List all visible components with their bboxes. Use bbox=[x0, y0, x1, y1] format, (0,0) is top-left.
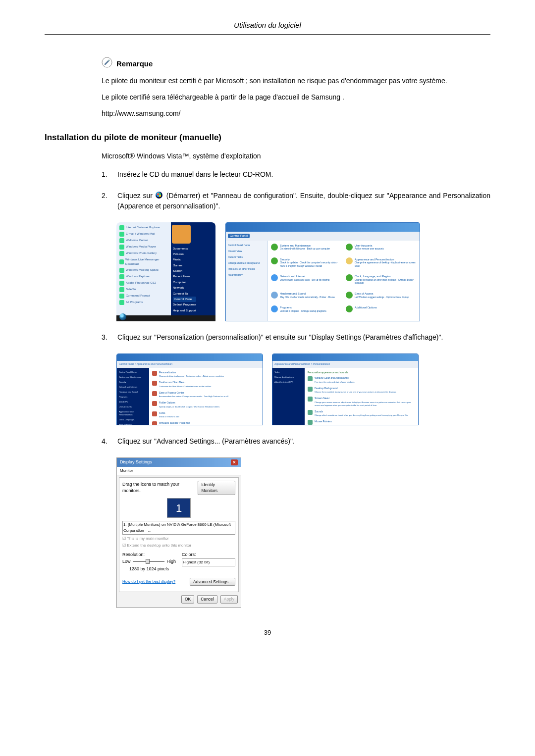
screenshot-start-menu: Internet / Internet ExplorerE-mail / Win… bbox=[116, 222, 215, 321]
note-title: Remarque bbox=[116, 58, 153, 70]
slider-low: Low bbox=[122, 558, 131, 565]
side-item: Mobile PC bbox=[119, 401, 147, 403]
side-item: Adjust font size (DPI) bbox=[274, 381, 303, 384]
ap-item: Taskbar and Start MenuCustomize the Star… bbox=[152, 381, 260, 388]
page-number: 39 bbox=[45, 628, 490, 638]
pers-item: Desktop BackgroundChoose from available … bbox=[308, 387, 415, 394]
cp-side-item: Automatically bbox=[228, 273, 266, 276]
side-item: Network and Internet bbox=[119, 386, 147, 389]
close-icon: ✕ bbox=[231, 459, 238, 465]
address-bar: Appearance and Personalization > Persona… bbox=[272, 361, 418, 368]
screenshot-appearance-personalization: Control Panel > Appearance and Personali… bbox=[116, 353, 263, 425]
cp-category: Appearance and PersonalizationChange the… bbox=[346, 257, 417, 273]
cp-side-item: Recent Tasks bbox=[228, 255, 266, 258]
start-menu-item: Windows Meeting Space bbox=[119, 268, 169, 273]
pers-item: Mouse PointersPick a different mouse poi… bbox=[308, 420, 415, 425]
start-menu-right-item: Connect To bbox=[173, 291, 196, 297]
tab-monitor: Monitor bbox=[117, 467, 241, 475]
resolution-label: Resolution: bbox=[122, 552, 176, 558]
ok-button: OK bbox=[181, 595, 194, 604]
user-avatar-icon bbox=[172, 225, 191, 244]
colors-label: Colors: bbox=[182, 552, 235, 558]
cp-side-item: Pick a list of other media bbox=[228, 267, 266, 270]
start-menu-item: Windows Explorer bbox=[119, 274, 169, 279]
address-segment: Control Panel bbox=[228, 234, 250, 238]
advanced-settings-button: Advanced Settings... bbox=[190, 578, 235, 586]
cp-category: SecurityCheck for updates · Check this c… bbox=[271, 257, 342, 273]
cp-category: Additional Options bbox=[346, 305, 417, 317]
side-item: Hardware and Sound bbox=[119, 391, 147, 394]
start-menu-right-item: Search bbox=[173, 268, 196, 274]
start-menu-item: E-mail / Windows Mail bbox=[119, 232, 169, 237]
start-menu-item: Windows Photo Gallery bbox=[119, 251, 169, 256]
step-text: Cliquez sur (Démarrer) et "Panneau de co… bbox=[117, 191, 490, 211]
step-2-post: (Démarrer) et "Panneau de configuration"… bbox=[117, 192, 490, 210]
step-2-pre: Cliquez sur bbox=[117, 192, 153, 200]
start-menu-right-item: Music bbox=[173, 257, 196, 262]
start-menu-right-item: Computer bbox=[173, 280, 196, 285]
note-block: Remarque Le pilote du moniteur est certi… bbox=[102, 57, 490, 119]
note-para-1: Le pilote du moniteur est certifi é par … bbox=[102, 76, 490, 86]
pers-item: Screen SaverChange your screen saver or … bbox=[308, 397, 415, 407]
cp-category: ProgramsUninstall a program · Change sta… bbox=[271, 305, 342, 317]
note-heading: Remarque bbox=[102, 57, 490, 71]
start-menu-right-item: Help and Support bbox=[173, 308, 196, 313]
step-text: Cliquez sur "Personalization (personnali… bbox=[117, 332, 490, 343]
start-menu-item: Command Prompt bbox=[119, 294, 169, 299]
colors-select: Highest (32 bit) bbox=[182, 558, 235, 566]
cp-category: System and MaintenanceGet started with W… bbox=[271, 244, 342, 255]
side-item: Programs bbox=[119, 396, 147, 399]
screenshot-personalization: Appearance and Personalization > Persona… bbox=[272, 353, 419, 425]
cp-category: User AccountsAdd or remove user accounts bbox=[346, 244, 417, 255]
step-text: Insérez le CD du manuel dans le lecteur … bbox=[117, 169, 490, 180]
start-menu-item: SideOn bbox=[119, 287, 169, 292]
ap-item: Folder OptionsSpecify single- or double-… bbox=[152, 401, 260, 408]
cancel-button: Cancel bbox=[197, 595, 217, 604]
ap-item: Ease of Access CenterAccommodate low vis… bbox=[152, 391, 260, 399]
start-orb-icon bbox=[155, 191, 164, 199]
cp-category: Ease of AccessLet Windows suggest settin… bbox=[346, 292, 417, 303]
pencil-note-icon bbox=[102, 57, 116, 71]
start-menu-right-item: Documents bbox=[173, 246, 196, 252]
cp-side-item: Control Panel Home bbox=[228, 244, 266, 247]
start-menu-right-item: Network bbox=[173, 285, 196, 291]
start-menu-right-item: Games bbox=[173, 263, 196, 268]
start-menu-right-item: Pictures bbox=[173, 252, 196, 257]
side-item: Control Panel Home bbox=[119, 371, 147, 374]
side-item: User Accounts bbox=[119, 405, 147, 408]
side-item: Appearance and Personalization bbox=[119, 410, 147, 416]
drag-instruction: Drag the icons to match your monitors. bbox=[122, 481, 198, 495]
step-number: 2. bbox=[102, 191, 117, 201]
slider-high: High bbox=[166, 558, 176, 565]
note-url: http://www.samsung.com/ bbox=[102, 108, 490, 119]
side-item: Ease of Access bbox=[119, 423, 147, 425]
pers-item: SoundsChange which sounds are heard when… bbox=[308, 410, 415, 417]
resolution-value: 1280 by 1024 pixels bbox=[122, 566, 176, 573]
start-menu-item: Adobe Photoshop CS2 bbox=[119, 281, 169, 286]
section-heading: Installation du pilote de moniteur (manu… bbox=[45, 131, 490, 144]
address-bar: Control Panel > Appearance and Personali… bbox=[117, 361, 263, 368]
pers-item: Window Color and AppearanceFine tune the… bbox=[308, 376, 415, 384]
side-item: System and Maintenance bbox=[119, 376, 147, 379]
start-menu-right-item: Recent Items bbox=[173, 274, 196, 279]
cp-category: Hardware and SoundPlay CDs or other medi… bbox=[271, 292, 342, 303]
cp-side-item: Change desktop background bbox=[228, 261, 266, 264]
side-item: Security bbox=[119, 381, 147, 384]
step-number: 4. bbox=[102, 436, 117, 447]
start-menu-item: Windows Live Messenger Download bbox=[119, 257, 169, 266]
start-menu-item: Welcome Center bbox=[119, 238, 169, 243]
step-number: 3. bbox=[102, 332, 117, 343]
ap-item: FontsInstall or remove a font bbox=[152, 411, 260, 419]
screenshot-control-panel: Control Panel Control Panel HomeClassic … bbox=[225, 222, 420, 321]
start-orb-icon bbox=[119, 313, 126, 320]
os-line: Microsoft® Windows Vista™, système d'exp… bbox=[102, 151, 490, 161]
start-menu-right-item: Control Panel bbox=[173, 297, 196, 302]
step-3: 3. Cliquez sur "Personalization (personn… bbox=[102, 332, 490, 343]
apply-button: Apply bbox=[220, 595, 238, 604]
screenshot-display-settings: Display Settings ✕ Monitor Drag the icon… bbox=[116, 457, 241, 608]
start-menu-item: All Programs bbox=[119, 300, 169, 305]
step-1: 1. Insérez le CD du manuel dans le lecte… bbox=[102, 169, 490, 180]
extend-desktop-checkbox: ☑ Extend the desktop onto this monitor bbox=[122, 543, 235, 549]
identify-monitors-button: Identify Monitors bbox=[198, 481, 235, 496]
start-menu-item: Windows Media Player bbox=[119, 245, 169, 250]
